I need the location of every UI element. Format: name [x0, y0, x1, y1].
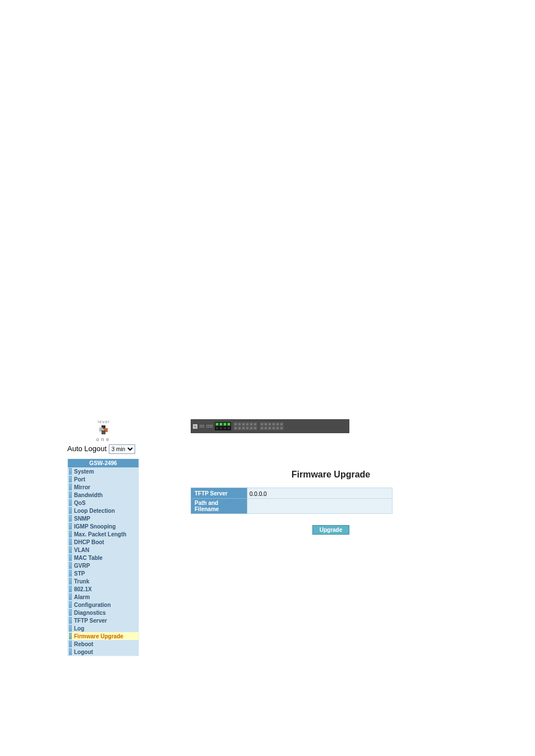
- nav-item-log[interactable]: Log: [68, 624, 139, 632]
- nav-item-label: GVRP: [74, 563, 90, 569]
- nav-item-bandwidth[interactable]: Bandwidth: [68, 491, 139, 499]
- tftp-server-input[interactable]: [247, 490, 392, 498]
- panel-badge-icon: [193, 424, 197, 429]
- nav-item-system[interactable]: System: [68, 467, 139, 475]
- path-filename-label: Path and Filename: [191, 499, 247, 514]
- nav-item-vlan[interactable]: VLAN: [68, 546, 139, 554]
- nav-item-label: Log: [74, 625, 84, 632]
- menu-pip-icon: [69, 578, 72, 585]
- nav-item-label: SNMP: [74, 516, 90, 522]
- menu-pip-icon: [69, 468, 72, 475]
- nav-item-label: Trunk: [74, 578, 89, 585]
- nav-item-label: MAC Table: [74, 555, 103, 561]
- menu-pip-icon: [69, 625, 72, 632]
- logo-text-top: level: [67, 419, 140, 424]
- nav-item-label: 802.1X: [74, 586, 92, 592]
- nav-item-diagnostics[interactable]: Diagnostics: [68, 609, 139, 616]
- menu-pip-icon: [69, 523, 72, 530]
- menu-pip-icon: [69, 539, 72, 545]
- nav-item-label: STP: [74, 571, 85, 577]
- logo-mark-icon: [99, 425, 108, 434]
- menu-header: GSW-2496: [68, 459, 139, 467]
- nav-item-alarm[interactable]: Alarm: [68, 593, 139, 601]
- nav-item-loop-detection[interactable]: Loop Detection: [68, 507, 139, 514]
- nav-item-igmp-snooping[interactable]: IGMP Snooping: [68, 522, 139, 530]
- nav-item-label: Loop Detection: [74, 508, 115, 514]
- menu-pip-icon: [69, 586, 72, 592]
- page-title: Firmware Upgrade: [191, 470, 471, 480]
- menu-pip-icon: [69, 484, 72, 490]
- nav-item-label: Configuration: [74, 602, 111, 608]
- nav-item-snmp[interactable]: SNMP: [68, 514, 139, 522]
- nav-item-trunk[interactable]: Trunk: [68, 577, 139, 585]
- nav-item-configuration[interactable]: Configuration: [68, 601, 139, 609]
- menu-pip-icon: [69, 546, 72, 553]
- port-block-icon: [215, 422, 231, 430]
- menu-pip-icon: [69, 507, 72, 514]
- menu-pip-icon: [69, 593, 72, 600]
- led-strip-icon: [200, 425, 204, 428]
- led-strip-icon: [206, 425, 213, 428]
- nav-item-label: Alarm: [74, 594, 90, 600]
- menu-pip-icon: [69, 570, 72, 577]
- nav-item-tftp-server[interactable]: TFTP Server: [68, 616, 139, 624]
- nav-item-firmware-upgrade[interactable]: Firmware Upgrade: [68, 632, 139, 640]
- nav-item-gvrp[interactable]: GVRP: [68, 562, 139, 569]
- nav-item-label: VLAN: [74, 547, 89, 553]
- nav-item-reboot[interactable]: Reboot: [68, 640, 139, 648]
- sidebar: level one Auto Logout 3 min GSW-2496 Sys…: [67, 419, 140, 656]
- content-area: Firmware Upgrade TFTP Server Path and Fi…: [191, 419, 471, 535]
- nav-item-label: Mirror: [74, 484, 90, 490]
- tftp-server-label: TFTP Server: [191, 488, 247, 499]
- nav-item-label: Port: [74, 476, 85, 483]
- menu-pip-icon: [69, 491, 72, 498]
- nav-item-label: Max. Packet Length: [74, 531, 126, 537]
- auto-logout-label: Auto Logout: [67, 444, 107, 453]
- menu-pip-icon: [69, 531, 72, 537]
- menu-pip-icon: [69, 648, 72, 655]
- nav-item-label: TFTP Server: [74, 618, 107, 624]
- auto-logout-row: Auto Logout 3 min: [67, 444, 140, 454]
- nav-item-label: IGMP Snooping: [74, 523, 116, 530]
- nav-item-port[interactable]: Port: [68, 475, 139, 483]
- menu-pip-icon: [69, 499, 72, 506]
- nav-item-label: DHCP Boot: [74, 539, 104, 545]
- menu-pip-icon: [69, 609, 72, 616]
- menu-pip-icon: [69, 562, 72, 569]
- nav-item-label: Logout: [74, 649, 93, 655]
- nav-item-dhcp-boot[interactable]: DHCP Boot: [68, 538, 139, 546]
- nav-item-label: Reboot: [74, 641, 93, 647]
- nav-item-label: Firmware Upgrade: [74, 633, 123, 639]
- menu-pip-icon: [69, 515, 72, 522]
- nav-item-max-packet-length[interactable]: Max. Packet Length: [68, 530, 139, 538]
- port-block-icon: [260, 422, 284, 430]
- menu-pip-icon: [69, 601, 72, 608]
- device-panel-icon: [191, 419, 349, 433]
- nav-item-logout[interactable]: Logout: [68, 648, 139, 656]
- firmware-form: TFTP Server Path and Filename: [191, 488, 393, 514]
- menu-pip-icon: [69, 554, 72, 561]
- upgrade-button[interactable]: Upgrade: [312, 525, 350, 535]
- auto-logout-select[interactable]: 3 min: [109, 444, 135, 454]
- nav-item-802-1x[interactable]: 802.1X: [68, 585, 139, 593]
- nav-item-stp[interactable]: STP: [68, 569, 139, 577]
- port-block-icon: [233, 422, 257, 430]
- brand-logo: level one: [67, 419, 140, 444]
- menu-pip-icon: [69, 641, 72, 647]
- menu-pip-icon: [69, 633, 72, 639]
- path-filename-input[interactable]: [247, 503, 392, 511]
- nav-item-label: QoS: [74, 500, 86, 506]
- nav-item-mac-table[interactable]: MAC Table: [68, 554, 139, 562]
- nav-item-label: Bandwidth: [74, 492, 103, 498]
- nav-item-label: Diagnostics: [74, 610, 106, 616]
- nav-item-mirror[interactable]: Mirror: [68, 483, 139, 491]
- nav-item-qos[interactable]: QoS: [68, 499, 139, 507]
- menu-pip-icon: [69, 476, 72, 483]
- nav-item-label: System: [74, 469, 94, 475]
- menu-pip-icon: [69, 617, 72, 624]
- nav-menu: GSW-2496 SystemPortMirrorBandwidthQoSLoo…: [67, 458, 139, 656]
- logo-text-bottom: one: [67, 437, 140, 442]
